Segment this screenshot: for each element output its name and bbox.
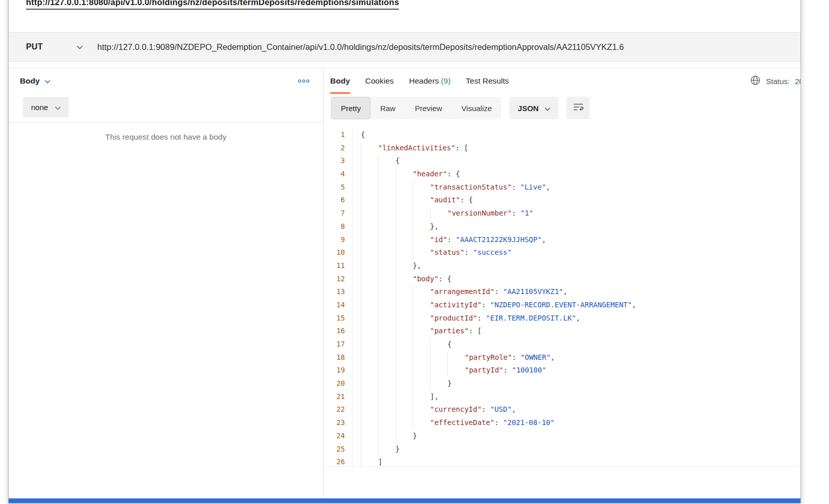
code-line: 11}, [324,259,800,273]
indent-guide [361,194,378,207]
indent-guide [430,338,447,351]
code-line: 10"status": "success" [324,246,800,259]
body-mode-label: none [31,103,48,112]
line-number: 13 [324,285,353,299]
format-select[interactable]: JSON [510,97,558,119]
indent-guide [378,154,395,168]
indent-guide [378,338,395,351]
indent-guide [378,430,395,443]
chevron-down-icon[interactable] [45,76,50,86]
code-line: 4"header": { [324,168,800,181]
indent-guide [413,390,430,404]
indent-guide [361,338,378,351]
indent-guide [378,416,395,430]
request-body-title: Body [20,76,40,86]
chevron-down-icon [55,103,61,112]
line-number: 17 [324,338,353,351]
indent-guide [378,299,395,312]
indent-guide [378,285,395,299]
indent-guide [378,259,395,273]
request-url-input[interactable]: http://127.0.0.1:9089/NZDEPO_Redemption_… [91,42,624,52]
view-mode-switcher: PrettyRawPreviewVisualize [331,97,501,119]
indent-guide [395,168,413,181]
indent-guide [395,351,413,364]
indent-guide [378,312,395,325]
globe-icon[interactable] [750,75,761,87]
text-wrap-button[interactable] [567,97,590,119]
indent-guide [413,351,430,364]
format-label: JSON [518,104,539,113]
indent-guide [395,430,413,443]
indent-guide [395,416,413,430]
indent-guide [395,285,413,299]
indent-guide [361,220,378,233]
response-body-code[interactable]: 1{2"linkedActivities": [3{4"header": {5"… [324,125,800,467]
more-options-icon[interactable] [298,79,310,83]
indent-guide [447,351,465,364]
tab-headers[interactable]: Headers(9) [409,68,451,94]
text-wrap-icon [573,103,583,113]
view-mode-preview[interactable]: Preview [405,97,451,119]
tab-cookies[interactable]: Cookies [365,68,394,94]
line-number: 15 [324,312,353,325]
response-panel: BodyCookiesHeaders(9)Test Results Status… [324,68,800,498]
line-number: 19 [324,364,353,377]
indent-guide [430,377,447,390]
line-number: 10 [324,246,353,259]
line-number: 20 [324,377,353,390]
view-mode-visualize[interactable]: Visualize [452,97,502,119]
method-select[interactable]: PUT [9,42,91,51]
code-line: 21], [324,390,800,404]
line-number: 7 [324,207,353,220]
line-number: 21 [324,390,353,404]
indent-guide [413,325,430,338]
code-line: 1{ [324,128,800,142]
divider [9,122,323,123]
indent-guide [378,443,395,456]
line-number: 25 [324,443,353,456]
indent-guide [413,181,430,194]
indent-guide [361,377,378,390]
indent-guide [361,312,378,325]
view-mode-raw[interactable]: Raw [370,97,405,119]
indent-guide [361,181,378,194]
empty-body-message: This request does not have a body [9,132,323,142]
code-line: 23"effectiveDate": "2021-08-10" [324,416,800,430]
indent-guide [430,351,447,364]
indent-guide [395,390,413,404]
line-number: 11 [324,259,353,273]
indent-guide [361,246,378,259]
indent-guide [361,403,378,416]
indent-guide [395,312,413,325]
line-number: 2 [324,142,353,155]
indent-guide [413,233,430,247]
indent-guide [413,285,430,299]
view-mode-pretty[interactable]: Pretty [331,97,370,119]
method-label: PUT [26,42,43,51]
code-line: 9"id": "AAACT21222K9JJHSQP", [324,233,800,247]
indent-guide [361,259,378,273]
indent-guide [395,377,413,390]
code-line: 14"activityId": "NZDEPO-RECORD.EVENT-ARR… [324,299,800,312]
line-number: 4 [324,168,353,181]
indent-guide [361,325,378,338]
code-line: 24} [324,430,800,443]
code-line: 6"audit": { [324,194,800,207]
indent-guide [361,430,378,443]
indent-guide [378,168,395,181]
code-line: 5"transactionStatus": "Live", [324,181,800,194]
tab-body[interactable]: Body [330,68,350,94]
line-number: 9 [324,233,353,247]
main-split: Body none This reques [9,68,800,498]
status-label: Status: [766,77,790,86]
indent-guide [361,233,378,247]
line-number: 6 [324,194,353,207]
indent-guide [361,443,378,456]
code-line: 8}, [324,220,800,233]
tab-test-results[interactable]: Test Results [466,68,509,94]
code-line: 13"arrangementId": "AA21105VYKZ1", [324,285,800,299]
code-line: 2"linkedActivities": [ [324,142,800,155]
body-mode-select[interactable]: none [23,97,69,117]
response-toolbar: PrettyRawPreviewVisualize JSON [331,97,590,119]
indent-guide [361,416,378,430]
